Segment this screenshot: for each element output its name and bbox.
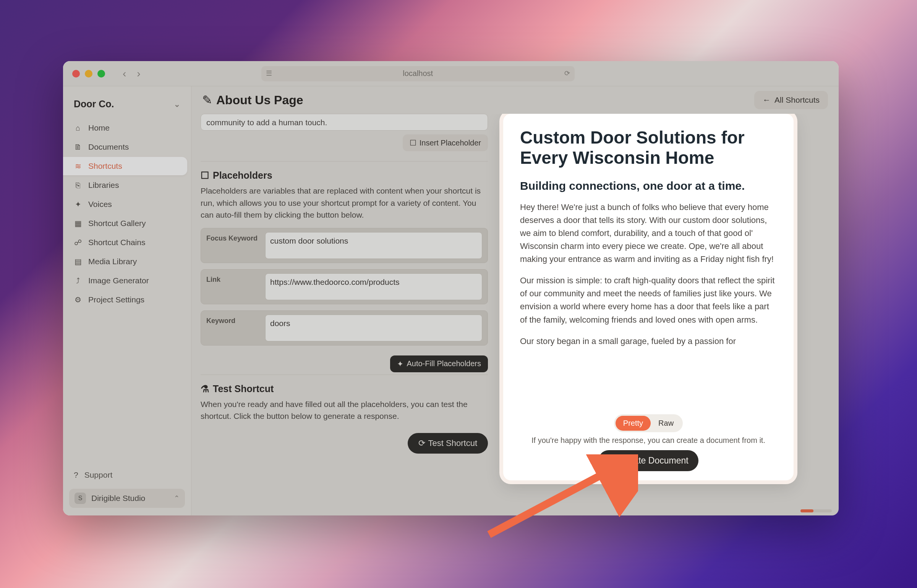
field-keyword: Keyword — [201, 310, 488, 346]
prompt-text-tail: community to add a human touch. — [206, 118, 327, 127]
support-label: Support — [84, 470, 113, 480]
scroll-thumb[interactable] — [800, 509, 813, 512]
sidebar-item-image-generator[interactable]: ⤴ Image Generator — [63, 271, 187, 290]
gallery-icon: ▦ — [74, 219, 82, 228]
prompt-card: community to add a human touch. ☐ Insert… — [201, 114, 488, 159]
preview-scroll[interactable]: Custom Door Solutions for Every Wisconsi… — [507, 118, 790, 412]
chain-icon: ☍ — [74, 238, 82, 247]
pen-icon: ✎ — [608, 456, 616, 466]
main-columns: community to add a human touch. ☐ Insert… — [191, 114, 839, 515]
sidebar-item-project-settings[interactable]: ⚙ Project Settings — [63, 291, 187, 309]
main-content: ✎ About Us Page ← All Shortcuts communit… — [191, 86, 839, 515]
sidebar: Door Co. ⌄ ⌂ Home 🗎 Documents ≋ Shortcut… — [63, 86, 191, 515]
gear-icon: ⚙ — [74, 295, 82, 304]
preview-paragraph: Hey there! We're just a bunch of folks w… — [520, 201, 777, 266]
form-column: community to add a human touch. ☐ Insert… — [201, 114, 488, 505]
test-shortcut-button[interactable]: ⟳ Test Shortcut — [408, 433, 488, 454]
beaker-icon: ⚗ — [201, 383, 209, 394]
refresh-icon: ⟳ — [418, 438, 425, 448]
nav-forward-button[interactable]: › — [137, 68, 140, 79]
chevron-down-icon: ⌄ — [174, 100, 180, 109]
book-icon: ⎘ — [74, 181, 82, 190]
help-icon: ? — [74, 470, 78, 480]
sidebar-item-label: Documents — [88, 142, 129, 152]
preview-helper-text: If you're happy with the response, you c… — [507, 436, 790, 445]
field-link: Link — [201, 269, 488, 304]
sidebar-item-label: Voices — [88, 200, 112, 209]
nav-back-button[interactable]: ‹ — [123, 68, 126, 79]
address-bar[interactable]: ☰ localhost ⟳ — [261, 66, 575, 81]
create-document-label: Create Document — [619, 456, 688, 466]
autofill-label: Auto-Fill Placeholders — [407, 359, 481, 368]
traffic-lights — [71, 70, 105, 78]
window-minimize-button[interactable] — [85, 70, 92, 78]
sidebar-item-media-library[interactable]: ▤ Media Library — [63, 252, 187, 271]
browser-titlebar: ‹ › ☰ localhost ⟳ — [63, 61, 839, 86]
arrow-left-icon: ← — [763, 95, 771, 105]
document-icon: 🗎 — [74, 143, 82, 152]
toggle-raw-button[interactable]: Raw — [651, 416, 681, 431]
preview-paragraph: Our mission is simple: to craft high-qua… — [520, 274, 777, 326]
sparkle-icon: ✦ — [74, 200, 82, 209]
field-input-keyword[interactable] — [265, 315, 482, 341]
main-header: ✎ About Us Page ← All Shortcuts — [191, 86, 839, 114]
placeholders-description: Placeholders are variables that are repl… — [201, 185, 488, 221]
reload-icon[interactable]: ⟳ — [564, 69, 570, 78]
browser-window: ‹ › ☰ localhost ⟳ Door Co. ⌄ ⌂ Home 🗎 — [63, 61, 839, 515]
sidebar-item-label: Shortcut Gallery — [88, 219, 146, 228]
account-name: Dirigible Studio — [91, 494, 145, 503]
sidebar-item-label: Shortcut Chains — [88, 238, 145, 247]
prompt-textarea[interactable]: community to add a human touch. — [201, 114, 488, 131]
sidebar-item-shortcuts[interactable]: ≋ Shortcuts — [63, 157, 187, 175]
sidebar-item-voices[interactable]: ✦ Voices — [63, 195, 187, 213]
sidebar-nav: ⌂ Home 🗎 Documents ≋ Shortcuts ⎘ Librari… — [63, 119, 191, 309]
field-label: Keyword — [206, 315, 260, 341]
preview-paragraph: Our story began in a small garage, fuele… — [520, 335, 777, 348]
field-label: Focus Keyword — [206, 232, 260, 259]
reader-icon[interactable]: ☰ — [266, 69, 272, 78]
stack-icon: ≋ — [74, 162, 82, 171]
sidebar-item-shortcut-chains[interactable]: ☍ Shortcut Chains — [63, 233, 187, 252]
sidebar-item-documents[interactable]: 🗎 Documents — [63, 138, 187, 156]
window-zoom-button[interactable] — [97, 70, 105, 78]
sidebar-item-home[interactable]: ⌂ Home — [63, 119, 187, 137]
preview-panel-wrap: Custom Door Solutions for Every Wisconsi… — [503, 114, 794, 505]
placeholders-heading-text: Placeholders — [213, 170, 272, 181]
avatar: S — [75, 493, 86, 504]
all-shortcuts-button[interactable]: ← All Shortcuts — [754, 91, 828, 109]
test-heading-text: Test Shortcut — [213, 383, 274, 394]
field-input-link[interactable] — [265, 273, 482, 300]
account-switcher[interactable]: S Dirigible Studio ⌃ — [69, 489, 185, 508]
view-toggle: Pretty Raw — [507, 414, 790, 432]
sidebar-item-label: Image Generator — [88, 276, 149, 285]
sidebar-item-label: Shortcuts — [88, 162, 122, 171]
sidebar-item-label: Project Settings — [88, 295, 144, 304]
preview-fade — [507, 397, 790, 412]
bookmark-icon: ☐ — [410, 138, 416, 147]
window-close-button[interactable] — [72, 70, 80, 78]
all-shortcuts-label: All Shortcuts — [774, 95, 820, 105]
preview-title: Custom Door Solutions for Every Wisconsi… — [520, 128, 777, 168]
autofill-placeholders-button[interactable]: ✦ Auto-Fill Placeholders — [390, 355, 488, 372]
insert-placeholder-label: Insert Placeholder — [420, 139, 481, 147]
toggle-pretty-button[interactable]: Pretty — [616, 416, 651, 431]
placeholders-heading: ☐ Placeholders — [201, 161, 488, 181]
sidebar-item-label: Media Library — [88, 257, 137, 266]
create-document-button[interactable]: ✎ Create Document — [598, 450, 698, 471]
test-shortcut-heading: ⚗ Test Shortcut — [201, 375, 488, 394]
sidebar-item-libraries[interactable]: ⎘ Libraries — [63, 176, 187, 194]
rocket-icon: ⤴ — [74, 276, 82, 285]
preview-subtitle: Building connections, one door at a time… — [520, 179, 777, 192]
field-input-focus-keyword[interactable] — [265, 232, 482, 259]
sidebar-item-label: Libraries — [88, 181, 119, 190]
sidebar-item-shortcut-gallery[interactable]: ▦ Shortcut Gallery — [63, 214, 187, 233]
media-icon: ▤ — [74, 257, 82, 266]
workspace-switcher[interactable]: Door Co. ⌄ — [63, 92, 191, 119]
app-body: Door Co. ⌄ ⌂ Home 🗎 Documents ≋ Shortcut… — [63, 86, 839, 515]
horizontal-scroll-indicator[interactable] — [800, 509, 832, 512]
insert-placeholder-button[interactable]: ☐ Insert Placeholder — [403, 134, 488, 151]
workspace-name: Door Co. — [74, 99, 114, 110]
avatar-initial: S — [78, 495, 83, 502]
sidebar-support[interactable]: ? Support — [63, 466, 191, 484]
home-icon: ⌂ — [74, 124, 82, 132]
